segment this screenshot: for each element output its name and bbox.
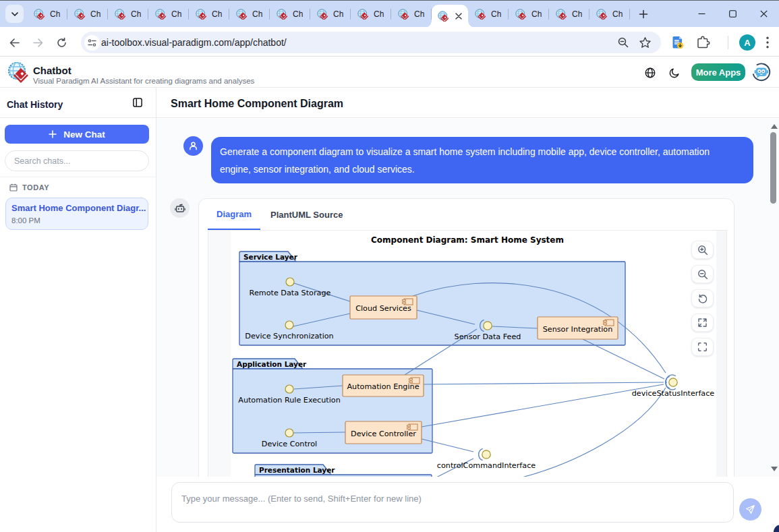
browser-tab[interactable]: Ch <box>67 1 108 28</box>
minimize-button[interactable] <box>686 1 717 26</box>
collapse-sidebar-icon[interactable] <box>133 98 142 107</box>
visual-paradigm-favicon <box>277 9 287 20</box>
browser-toolbar: ai-toolbox.visual-paradigm.com/app/chatb… <box>0 27 779 57</box>
svg-text:controlCommandInterface: controlCommandInterface <box>437 461 536 470</box>
user-message-bubble: Generate a component diagram to visualiz… <box>211 137 753 183</box>
close-window-button[interactable] <box>748 1 779 26</box>
svg-text:Cloud Services: Cloud Services <box>355 304 411 313</box>
more-apps-button[interactable]: More Apps <box>691 63 745 81</box>
browser-tab[interactable]: Ch <box>189 1 229 28</box>
person-icon <box>188 141 198 151</box>
back-button[interactable] <box>5 33 24 52</box>
zoom-in-icon <box>697 245 708 256</box>
svg-text:Sensor Integration: Sensor Integration <box>543 325 613 334</box>
language-globe-icon[interactable] <box>645 67 656 78</box>
result-tabs: Diagram PlantUML Source <box>199 199 343 230</box>
svg-text:Application Layer: Application Layer <box>237 360 307 368</box>
browser-tab[interactable]: Ch <box>589 1 630 28</box>
site-settings-icon[interactable] <box>84 35 100 51</box>
browser-tab[interactable]: Ch <box>509 1 549 28</box>
visual-paradigm-logo <box>7 61 28 84</box>
scroll-up-arrow[interactable] <box>771 124 778 129</box>
browser-tab[interactable]: Ch <box>148 1 189 28</box>
search-chats-input[interactable]: Search chats... <box>5 150 149 171</box>
robot-icon <box>175 203 185 214</box>
scroll-down-arrow[interactable] <box>771 467 778 471</box>
svg-text:Device Controller: Device Controller <box>351 430 416 438</box>
profile-avatar[interactable]: A <box>739 34 755 51</box>
sidebar-title: Chat History <box>7 99 63 110</box>
tab-title: Ch <box>171 9 181 19</box>
window-controls <box>686 1 779 28</box>
zoom-out-icon <box>697 269 708 280</box>
doc-download-extension-icon[interactable] <box>670 35 685 50</box>
sidebar-header: Chat History <box>0 88 156 118</box>
fit-view-button[interactable] <box>691 314 714 332</box>
plus-icon <box>639 9 648 19</box>
extensions-puzzle-icon[interactable] <box>696 36 710 50</box>
zoom-in-button[interactable] <box>691 241 714 259</box>
chat-history-item[interactable]: Smart Home Component Diagr... 8:00 PM <box>5 198 148 230</box>
browser-tab[interactable]: Ch <box>229 1 270 28</box>
browser-tabstrip: ChChChChChChChChChChChChChCh <box>0 0 779 27</box>
browser-tab-active[interactable] <box>432 5 468 28</box>
tab-diagram[interactable]: Diagram <box>208 199 260 230</box>
dark-mode-moon-icon[interactable] <box>669 67 680 78</box>
visual-paradigm-favicon <box>74 9 85 20</box>
zoom-page-icon[interactable] <box>617 36 629 49</box>
reset-view-button[interactable] <box>691 289 714 307</box>
scrollbar-thumb[interactable] <box>770 132 776 204</box>
browser-tab[interactable]: Ch <box>351 1 391 28</box>
send-button[interactable] <box>739 498 761 521</box>
chatbot-app-logo[interactable] <box>751 63 772 82</box>
new-chat-label: New Chat <box>63 129 105 140</box>
svg-text:Component Diagram: Smart Home: Component Diagram: Smart Home System <box>371 235 564 245</box>
kebab-menu-icon[interactable] <box>766 36 769 49</box>
diagram-viewport[interactable]: Component Diagram: Smart Home SystemServ… <box>208 230 727 477</box>
forward-button[interactable] <box>28 33 47 52</box>
bookmark-star-icon[interactable] <box>639 36 652 49</box>
url-text[interactable]: ai-toolbox.visual-paradigm.com/app/chatb… <box>101 37 617 48</box>
conversation-title: Smart Home Component Diagram <box>171 98 343 110</box>
svg-text:Device Control: Device Control <box>262 440 317 448</box>
new-tab-button[interactable] <box>634 5 653 24</box>
new-chat-button[interactable]: New Chat <box>5 125 149 144</box>
uml-interface-ball <box>285 385 293 393</box>
reload-button[interactable] <box>52 33 71 52</box>
page-scrollbar[interactable] <box>769 119 779 477</box>
message-placeholder: Type your message... (Enter to send, Shi… <box>181 494 422 504</box>
visual-paradigm-favicon <box>438 11 449 22</box>
zoom-out-button[interactable] <box>691 265 714 283</box>
toolbar-separator <box>728 36 728 49</box>
fullscreen-button[interactable] <box>691 338 714 356</box>
svg-text:Automation Rule Execution: Automation Rule Execution <box>238 396 341 405</box>
svg-text:Device Synchronization: Device Synchronization <box>245 332 333 341</box>
maximize-button[interactable] <box>717 1 748 26</box>
browser-tab[interactable]: Ch <box>270 1 310 28</box>
send-paper-plane-icon <box>745 504 755 514</box>
tab-title: Ch <box>131 9 141 19</box>
tab-search-button[interactable] <box>5 5 24 23</box>
sidebar: Chat History New Chat Search chats... TO… <box>0 88 156 532</box>
uml-interface-ball <box>482 450 490 459</box>
address-bar[interactable]: ai-toolbox.visual-paradigm.com/app/chatb… <box>81 32 661 53</box>
chevron-down-icon <box>11 10 19 18</box>
sidebar-divider <box>0 177 156 177</box>
chat-area: Generate a component diagram to visualiz… <box>156 119 779 477</box>
diagram-zoom-controls <box>691 241 714 356</box>
svg-text:Automation Engine: Automation Engine <box>347 382 419 391</box>
visual-paradigm-favicon <box>115 9 125 20</box>
browser-tab[interactable]: Ch <box>549 1 589 28</box>
chat-item-time: 8:00 PM <box>11 216 40 225</box>
plus-icon <box>49 130 57 138</box>
visual-paradigm-favicon <box>155 9 166 20</box>
browser-tab[interactable]: Ch <box>27 1 67 28</box>
browser-tab[interactable]: Ch <box>310 1 351 28</box>
browser-tab[interactable]: Ch <box>108 1 148 28</box>
app-subtitle: Visual Paradigm AI Assistant for creatin… <box>33 77 254 85</box>
tab-close-icon[interactable] <box>453 11 464 22</box>
message-input[interactable]: Type your message... (Enter to send, Shi… <box>171 482 734 523</box>
browser-tab[interactable]: Ch <box>468 1 509 28</box>
tab-plantuml-source[interactable]: PlantUML Source <box>270 199 343 230</box>
fullscreen-frame-icon <box>697 342 708 352</box>
